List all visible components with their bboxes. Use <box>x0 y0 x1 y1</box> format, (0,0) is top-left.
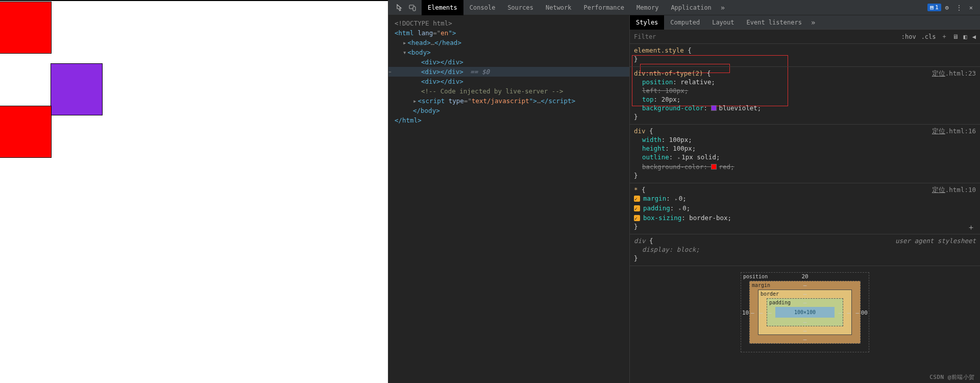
preview-box-2-selected <box>51 64 102 115</box>
tab-styles[interactable]: Styles <box>630 15 664 30</box>
property-checkbox[interactable] <box>634 196 640 202</box>
box-model-content[interactable]: 100×100 <box>775 307 835 318</box>
tab-network[interactable]: Network <box>540 0 578 15</box>
dom-line[interactable]: <!DOCTYPE html> <box>388 18 629 28</box>
preview-box-3 <box>0 106 51 157</box>
close-icon[interactable]: ✕ <box>969 4 973 11</box>
more-tabs-icon[interactable]: » <box>718 4 728 12</box>
issues-badge[interactable]: ▤ 1 <box>927 4 941 11</box>
css-rule-nth-of-type[interactable]: 定位.html:23 div:nth-of-type(2) { position… <box>630 67 980 125</box>
tab-memory[interactable]: Memory <box>630 0 665 15</box>
chat-icon: ▤ <box>930 4 934 11</box>
tab-computed[interactable]: Computed <box>664 15 706 30</box>
styles-rules: element.style { } 定位.html:23 div:nth-of-… <box>630 44 980 383</box>
issues-count: 1 <box>935 4 939 11</box>
tab-performance[interactable]: Performance <box>578 0 630 15</box>
svg-rect-1 <box>413 7 415 11</box>
add-rule-icon[interactable]: ＋ <box>967 223 975 232</box>
dom-line[interactable]: <html lang="en"> <box>388 28 629 38</box>
box-model-position[interactable]: position 20 100 -100 margin –––– border <box>741 272 869 352</box>
watermark: CSDN @前端小贺 <box>929 373 975 381</box>
tab-application[interactable]: Application <box>665 0 717 15</box>
dom-line[interactable]: <!-- Code injected by live-server --> <box>388 86 629 96</box>
cls-toggle[interactable]: .cls <box>921 33 936 40</box>
new-style-rule-icon[interactable]: ＋ <box>941 32 947 41</box>
device-toggle-icon[interactable] <box>409 4 416 11</box>
inspect-icon[interactable] <box>397 4 404 11</box>
property-checkbox[interactable] <box>634 205 640 211</box>
css-rule-ua[interactable]: user agent stylesheet div { display: blo… <box>630 234 980 266</box>
gear-icon[interactable]: ⚙ <box>945 4 949 11</box>
dom-line[interactable]: ▸<script type="text/javascript">…</scrip… <box>388 96 629 106</box>
color-swatch[interactable] <box>711 105 717 111</box>
styles-filter-bar: :hov .cls ＋ 🖥 ◧ ◀ <box>630 30 980 44</box>
device-icon[interactable]: 🖥 <box>952 33 959 40</box>
css-rule-div[interactable]: 定位.html:16 div { width: 100px; height: 1… <box>630 125 980 183</box>
box-model-padding[interactable]: padding –––– 100×100 <box>767 298 843 326</box>
rule-source-link[interactable]: 定位.html:16 <box>932 127 976 135</box>
css-rule-element-style[interactable]: element.style { } <box>630 44 980 67</box>
more-side-tabs-icon[interactable]: » <box>808 18 818 27</box>
dom-line[interactable]: </body> <box>388 106 629 115</box>
color-swatch[interactable] <box>711 164 717 170</box>
preview-box-1 <box>0 2 51 53</box>
box-model-margin[interactable]: margin –––– border –––– padding –––– <box>749 281 861 344</box>
rule-source-link[interactable]: 定位.html:10 <box>932 185 976 194</box>
dom-line[interactable]: ▾<body> <box>388 47 629 57</box>
dom-line[interactable]: ▸<head>…</head> <box>388 38 629 47</box>
devtools-tabbar: Elements Console Sources Network Perform… <box>388 0 980 15</box>
rendered-page <box>0 0 388 383</box>
tab-event-listeners[interactable]: Event listeners <box>741 15 808 30</box>
sidebar-tabs: Styles Computed Layout Event listeners » <box>630 15 980 30</box>
dom-line[interactable]: </html> <box>388 115 629 125</box>
hov-toggle[interactable]: :hov <box>901 33 916 40</box>
property-checkbox[interactable] <box>634 215 640 221</box>
box-model-border[interactable]: border –––– padding –––– 100×100 <box>758 290 852 335</box>
tab-console[interactable]: Console <box>463 0 502 15</box>
css-rule-universal[interactable]: 定位.html:10 * { margin: ▸0; padding: ▸0; … <box>630 183 980 234</box>
dom-line[interactable]: <div></div> <box>388 77 629 86</box>
styles-filter-input[interactable] <box>634 33 896 40</box>
tab-sources[interactable]: Sources <box>501 0 540 15</box>
devtools-panel: Elements Console Sources Network Perform… <box>388 0 980 383</box>
styles-sidebar: Styles Computed Layout Event listeners »… <box>630 15 980 383</box>
dom-line-selected[interactable]: <div></div> == $0 <box>388 67 629 77</box>
rule-source-ua: user agent stylesheet <box>895 236 976 245</box>
tab-elements[interactable]: Elements <box>422 0 463 15</box>
panel-layout-icon[interactable]: ◧ <box>964 33 967 40</box>
rule-source-link[interactable]: 定位.html:23 <box>932 69 976 78</box>
tab-layout[interactable]: Layout <box>706 15 740 30</box>
collapse-icon[interactable]: ◀ <box>972 33 976 40</box>
dom-line[interactable]: <div></div> <box>388 57 629 67</box>
box-model: position 20 100 -100 margin –––– border <box>630 266 980 352</box>
dom-tree[interactable]: <!DOCTYPE html> <html lang="en"> ▸<head>… <box>388 15 630 383</box>
kebab-icon[interactable]: ⋮ <box>956 4 962 11</box>
